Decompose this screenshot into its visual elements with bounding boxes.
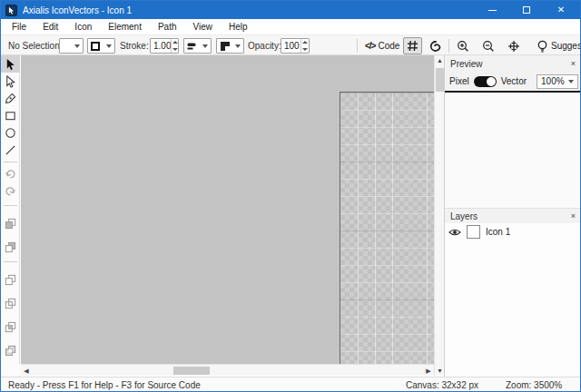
chevron-down-icon — [235, 44, 241, 48]
spinner-buttons — [171, 39, 178, 53]
spin-down-button[interactable] — [301, 46, 309, 54]
horizontal-scroll-thumb[interactable] — [173, 367, 210, 375]
preview-zoom-value: 100% — [541, 76, 565, 86]
bring-forward-button[interactable] — [1, 215, 20, 232]
layer-thumbnail — [467, 225, 480, 239]
layers-body — [445, 240, 581, 377]
status-bar: Ready - Press F1 for Help - F3 for Sourc… — [1, 377, 580, 392]
menu-file[interactable]: File — [4, 20, 34, 34]
opacity-label: Opacity: — [248, 41, 281, 51]
menu-icon[interactable]: Icon — [66, 20, 100, 34]
palette-separator — [4, 162, 17, 162]
toolbar: No Selection Stroke: 1.00 — [1, 34, 580, 55]
palette-separator — [4, 205, 17, 206]
tool-pen[interactable] — [1, 90, 20, 107]
chevron-down-icon — [106, 44, 112, 48]
scroll-right-arrow[interactable]: ▶ — [423, 365, 434, 377]
chevron-down-icon — [74, 44, 80, 48]
close-icon: ✕ — [557, 5, 565, 15]
spinner-buttons — [300, 39, 309, 53]
menu-bar: File Edit Icon Element Path View Help — [1, 19, 580, 34]
zoom-out-button[interactable] — [479, 37, 497, 54]
chevron-down-icon — [568, 80, 574, 83]
preview-body — [445, 93, 581, 208]
undo-button[interactable] — [1, 165, 20, 182]
pixel-label: Pixel — [449, 76, 469, 86]
spin-up-button[interactable] — [301, 39, 309, 46]
grid-toggle-button[interactable] — [403, 37, 422, 54]
menu-view[interactable]: View — [185, 20, 222, 34]
stroke-color-dropdown[interactable] — [87, 38, 115, 54]
arrow-down-icon — [302, 48, 308, 51]
intersect-button[interactable] — [1, 318, 20, 336]
toolbar-separator — [357, 39, 358, 53]
menu-path[interactable]: Path — [150, 20, 185, 34]
vertical-scroll-thumb[interactable] — [436, 68, 444, 92]
rotate-view-icon — [428, 40, 441, 53]
stroke-style-dropdown[interactable] — [183, 38, 212, 54]
tool-direct-select[interactable] — [1, 73, 20, 90]
layer-row[interactable]: Icon 1 — [445, 223, 581, 240]
grid-icon — [407, 40, 419, 52]
vertical-scrollbar[interactable]: ▲ ▼ — [434, 55, 444, 376]
arrow-down-icon — [172, 48, 178, 51]
visibility-eye-icon[interactable] — [448, 228, 461, 237]
maximize-icon — [523, 6, 530, 14]
stroke-style-icon — [187, 41, 198, 52]
code-button[interactable]: </> Code — [363, 37, 401, 54]
stroke-width-spinner[interactable]: 1.00 — [150, 38, 179, 54]
opacity-spinner[interactable]: 100 — [281, 38, 310, 54]
corner-join-icon — [220, 41, 231, 52]
zoom-out-icon — [482, 40, 495, 53]
status-canvas-size: Canvas: 32x32 px — [406, 380, 478, 390]
scroll-left-arrow[interactable]: ◀ — [21, 365, 32, 377]
preview-close-button[interactable]: × — [571, 59, 576, 68]
tool-line[interactable] — [1, 142, 20, 159]
layers-close-button[interactable]: × — [571, 211, 576, 220]
minimize-button[interactable] — [478, 1, 506, 19]
layer-name: Icon 1 — [486, 227, 510, 237]
stroke-swatch — [91, 42, 100, 51]
spin-up-button[interactable] — [172, 39, 178, 46]
tool-palette — [1, 55, 20, 377]
toolbar-separator — [448, 39, 449, 53]
horizontal-scrollbar[interactable]: ◀ ▶ — [21, 364, 434, 376]
corner-join-dropdown[interactable] — [216, 38, 244, 54]
tool-select[interactable] — [1, 55, 20, 73]
redo-button[interactable] — [1, 182, 20, 200]
scrollbar-corner — [1, 364, 21, 376]
app-window: Axialis IconVectors - Icon 1 ✕ File Edit… — [0, 0, 581, 392]
close-button[interactable]: ✕ — [547, 1, 575, 19]
app-icon — [5, 5, 17, 16]
status-message: Ready - Press F1 for Help - F3 for Sourc… — [8, 380, 201, 390]
layers-panel-header: Layers × — [445, 208, 581, 223]
artboard-checkerboard[interactable] — [340, 92, 434, 364]
palette-separator — [4, 261, 17, 262]
fill-color-dropdown[interactable] — [59, 38, 84, 54]
chevron-down-icon — [202, 44, 208, 48]
pixel-vector-toggle[interactable] — [474, 76, 497, 87]
stroke-width-value: 1.00 — [151, 39, 171, 53]
menu-edit[interactable]: Edit — [34, 20, 66, 34]
maximize-button[interactable] — [513, 1, 540, 19]
canvas-area[interactable] — [21, 55, 434, 364]
menu-help[interactable]: Help — [221, 20, 256, 34]
subtract-button[interactable] — [1, 295, 20, 312]
rotate-view-button[interactable] — [425, 37, 444, 54]
exclude-button[interactable] — [1, 342, 20, 359]
arrow-up-icon — [172, 41, 178, 44]
zoom-fit-button[interactable] — [505, 37, 523, 54]
union-button[interactable] — [1, 271, 20, 289]
lightbulb-icon — [537, 40, 548, 53]
tool-ellipse[interactable] — [1, 124, 20, 142]
opacity-value: 100 — [281, 39, 300, 53]
preview-controls: Pixel Vector 100% — [445, 72, 581, 91]
tool-rectangle[interactable] — [1, 107, 20, 124]
send-backward-button[interactable] — [1, 239, 20, 256]
suggest-button[interactable]: Suggest — [535, 37, 581, 54]
stroke-label: Stroke: — [120, 41, 149, 51]
preview-zoom-dropdown[interactable]: 100% — [537, 74, 578, 89]
zoom-in-button[interactable] — [454, 37, 472, 54]
spin-down-button[interactable] — [172, 46, 178, 54]
menu-element[interactable]: Element — [100, 20, 150, 34]
